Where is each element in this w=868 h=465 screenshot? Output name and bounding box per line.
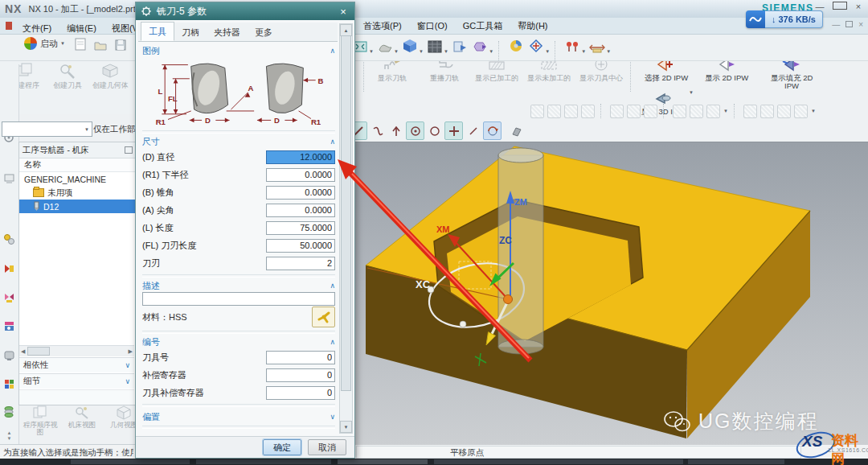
toolbar-icon[interactable] xyxy=(610,105,624,118)
constraint-navigator-icon[interactable] xyxy=(3,172,15,184)
combo-dropdown-icon[interactable]: ▼ xyxy=(84,127,89,132)
tree-row-generic-machine[interactable]: GENERIC_MACHINE xyxy=(19,172,136,186)
rotate-handle-ball[interactable] xyxy=(460,321,466,327)
description-section-header[interactable]: 描述 ∧ xyxy=(142,279,335,292)
dialog-title-bar[interactable]: 铣刀-5 参数 × xyxy=(136,2,354,20)
ok-button[interactable]: 确定 xyxy=(263,439,301,455)
flutes-count-field[interactable] xyxy=(266,257,335,270)
dropdown-icon[interactable]: ▼ xyxy=(369,49,374,54)
toolbar-icon[interactable] xyxy=(644,105,657,118)
tree-row-unused-items[interactable]: 未用项 xyxy=(19,186,136,200)
toolbar-icon[interactable] xyxy=(706,105,720,118)
grid-layers-button[interactable] xyxy=(426,38,444,56)
scroll-down-icon[interactable]: ▼ xyxy=(340,421,352,433)
dropdown-icon[interactable]: ▼ xyxy=(689,90,694,95)
tree-row-d12[interactable]: D12 xyxy=(19,200,136,213)
snap-circle-button[interactable] xyxy=(426,122,443,139)
tab-holder[interactable]: 夹持器 xyxy=(207,23,248,41)
history-stack-icon[interactable] xyxy=(3,405,15,418)
snap-arc-center-button[interactable] xyxy=(406,121,424,140)
tab-more[interactable]: 更多 xyxy=(248,23,280,41)
tab-tool[interactable]: 工具 xyxy=(141,22,174,41)
toolbar-icon[interactable] xyxy=(760,105,774,118)
dependencies-section-header[interactable]: 相依性 ∨ xyxy=(19,357,134,372)
flute-length-field[interactable] xyxy=(266,239,335,253)
taskbar-edge[interactable] xyxy=(0,459,868,465)
toolbar-icon[interactable] xyxy=(581,105,595,118)
close-button[interactable]: × xyxy=(852,2,865,11)
milling-tool-parameters-dialog[interactable]: 铣刀-5 参数 × 工具 刀柄 夹持器 更多 图例 ∧ xyxy=(135,2,355,459)
toolbar-icon[interactable] xyxy=(627,105,641,118)
details-section-header[interactable]: 细节 ∨ xyxy=(19,373,134,389)
menu-help[interactable]: 帮助(H) xyxy=(511,18,554,35)
offset-section-header[interactable]: 偏置 ∨ xyxy=(142,409,335,425)
cutcom-register-field[interactable] xyxy=(266,386,335,400)
shaded-view-button[interactable] xyxy=(401,37,419,55)
adjust-register-field[interactable] xyxy=(266,368,335,382)
toolbar-icon[interactable] xyxy=(564,105,578,118)
dimensions-section-header[interactable]: 尺寸 ∧ xyxy=(142,135,335,148)
snap-intersection-button[interactable] xyxy=(387,122,404,139)
resource-bar-scroll-arrows[interactable]: ▲▼ xyxy=(3,430,15,442)
pin-panel-icon[interactable] xyxy=(125,146,133,154)
reuse-library-icon[interactable] xyxy=(3,320,15,332)
3d-viewport-canvas[interactable]: XM ZM ZC XC xyxy=(348,142,868,445)
role-palette-button[interactable] xyxy=(507,37,525,55)
snap-face-button[interactable] xyxy=(508,122,525,139)
navigator-hscrollbar[interactable]: ◀ ▶ xyxy=(19,345,134,356)
child-close-button[interactable]: × xyxy=(858,20,863,29)
length-field[interactable] xyxy=(266,221,335,235)
menu-preferences[interactable]: 首选项(P) xyxy=(357,18,408,35)
network-speed-badge[interactable]: ↓ 376 KB/s xyxy=(746,10,823,28)
dropdown-icon[interactable]: ▼ xyxy=(394,49,399,54)
new-file-button[interactable] xyxy=(72,35,89,53)
bowtie-constraint-icon[interactable] xyxy=(3,291,15,303)
dialog-close-icon[interactable]: × xyxy=(337,6,350,18)
tool-cylinder-body[interactable] xyxy=(498,155,543,347)
numbering-section-header[interactable]: 编号 ∧ xyxy=(142,335,335,348)
selection-filter-combo[interactable]: ▼ xyxy=(2,121,92,137)
navigator-column-header[interactable]: 名称 xyxy=(19,158,136,172)
description-input[interactable] xyxy=(142,292,335,306)
snap-point-on-curve-button[interactable] xyxy=(369,122,386,139)
tool-number-field[interactable] xyxy=(266,351,335,364)
dropdown-icon[interactable]: ▼ xyxy=(581,49,586,54)
menu-edit[interactable]: 编辑(E) xyxy=(60,20,103,37)
constraint-pins-button[interactable] xyxy=(563,38,581,56)
edit-material-button[interactable] xyxy=(312,307,335,327)
restore-button[interactable] xyxy=(833,2,845,11)
dialog-scroll-thumb[interactable] xyxy=(341,35,351,391)
menu-window[interactable]: 窗口(O) xyxy=(411,18,454,35)
toolbar-icon[interactable] xyxy=(690,105,703,118)
origin-ball-handle[interactable] xyxy=(504,295,513,304)
snap-existing-point-button[interactable] xyxy=(444,121,463,140)
create-tool-button[interactable]: 创建刀具 xyxy=(47,61,88,89)
child-minimize-button[interactable]: — xyxy=(832,20,840,29)
menu-gc-toolbox[interactable]: GC工具箱 xyxy=(457,18,510,35)
measure-button[interactable] xyxy=(588,39,606,56)
taper-angle-field[interactable] xyxy=(266,186,335,200)
child-restore-button[interactable] xyxy=(845,20,853,29)
program-order-view-button[interactable]: 程序顺序视图 xyxy=(22,405,59,442)
rotate-view-button[interactable] xyxy=(483,121,502,140)
graphics-window[interactable]: XM ZM ZC XC UG数控编程 xyxy=(348,142,868,445)
toolbar-icon[interactable] xyxy=(743,105,757,118)
dropdown-icon[interactable]: ▼ xyxy=(723,109,728,113)
simulation-icon[interactable] xyxy=(3,262,15,274)
toolbar-icon[interactable] xyxy=(777,105,791,118)
toolbar-icon[interactable] xyxy=(673,105,686,118)
assembly-button[interactable] xyxy=(471,38,489,56)
create-geometry-button[interactable]: 创建几何体 xyxy=(90,61,130,89)
cancel-button[interactable]: 取消 xyxy=(308,439,346,455)
dialog-scrollbar[interactable]: ▲ ▼ xyxy=(339,23,353,434)
scroll-right-icon[interactable]: ▶ xyxy=(129,348,133,355)
toolbar-icon[interactable] xyxy=(547,105,561,118)
scroll-thumb[interactable] xyxy=(27,347,50,356)
toolbar-icon[interactable] xyxy=(530,105,544,118)
dropdown-icon[interactable]: ▼ xyxy=(444,49,448,54)
open-file-button[interactable] xyxy=(92,36,109,54)
scroll-up-icon[interactable]: ▲ xyxy=(340,24,352,36)
dropdown-icon[interactable]: ▼ xyxy=(545,49,550,54)
menu-file[interactable]: 文件(F) xyxy=(16,20,58,37)
snap-midpoint-button[interactable] xyxy=(465,122,481,139)
